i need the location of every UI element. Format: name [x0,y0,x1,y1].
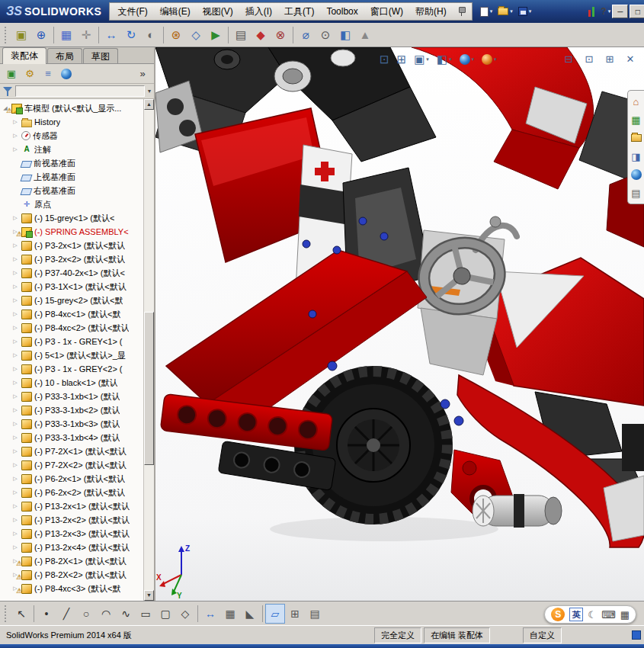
dropdown-caret-icon[interactable]: ▾ [472,56,475,63]
expander-icon[interactable]: ▷ [11,284,19,290]
move-component-icon[interactable]: ↔ [101,25,121,45]
tree-item[interactable]: ◢⚠车模型 (默认<默认_显示... [0,101,143,115]
filter-input[interactable] [15,85,145,97]
model-3d-view[interactable]: Z X Y [155,47,644,601]
expander-icon[interactable]: ▷ [11,352,19,358]
scroll-down-icon[interactable]: ▼ [144,590,154,601]
tree-item[interactable]: ▷(-) P33-3-1xb<1> (默认 [0,390,143,403]
tree-item[interactable]: ▷History [0,115,143,129]
exploded-view-icon[interactable]: ◆ [251,25,271,45]
tree-item[interactable]: ▷(-) P13-2x<2> (默认<默认 [0,513,143,527]
dropdown-caret-icon[interactable]: ▾ [529,8,532,14]
table-icon[interactable]: ⊞ [285,604,305,624]
new-document-button[interactable]: ▾ [479,5,495,18]
expander-icon[interactable]: ▷ [11,421,19,427]
tree-scrollbar[interactable]: ▲ ▼ [143,99,154,601]
dropdown-caret-icon[interactable]: ▾ [490,8,493,14]
tree-item[interactable]: ▷(-) P13-2x<4> (默认<默认 [0,541,143,554]
sogou-logo-icon[interactable]: S [551,608,565,621]
show-hidden-components-icon[interactable]: ◐ [141,25,161,45]
linear-pattern-icon[interactable]: ▦ [56,25,76,45]
reference-geometry-icon[interactable]: ◇ [186,25,206,45]
doc-minimize-button[interactable]: ⊟ [559,51,578,66]
moon-icon[interactable]: ☾ [588,609,597,621]
tree-item[interactable]: ▷(-) P33-3-1xb<4> (默认 [0,431,143,444]
sketch-circle-icon[interactable]: ○ [76,604,96,624]
quick-tips-icon[interactable] [632,630,641,640]
motion-study-icon[interactable]: ▶ [206,25,226,45]
tree-item[interactable]: ▷⚠(-) P8-2X<1> (默认<默认 [0,554,143,568]
scroll-track[interactable] [144,110,154,590]
tree-item[interactable]: ▷⚠(-) P8-4xc<3> (默认<默 [0,582,143,595]
menu-item-0[interactable]: 文件(F) [111,3,153,20]
expander-icon[interactable]: ▷ [11,503,19,509]
appearances-scenes-icon[interactable] [630,168,643,181]
tree-item[interactable]: ▷(-) P8-4xc<1> (默认<默 [0,307,143,321]
chamfer-icon[interactable]: ◣ [240,604,260,624]
maximize-button[interactable]: □ [630,5,644,18]
tree-item[interactable]: 前视基准面 [0,156,143,170]
tree-item[interactable]: ▷(-) P7-2X<2> (默认<默认 [0,458,143,472]
dropdown-caret-icon[interactable]: ▾ [426,56,429,63]
expander-icon[interactable]: ▷ [11,531,19,537]
display-style-icon[interactable]: ◧▾ [434,51,455,68]
rotate-component-icon[interactable]: ↻ [121,25,141,45]
tree-item[interactable]: ✛原点 [0,197,143,211]
tab-装配体[interactable]: 装配体 [2,47,46,64]
bom-icon[interactable]: ▤ [231,25,251,45]
select-icon[interactable]: ↖ [11,604,31,624]
menu-item-6[interactable]: 窗口(W) [364,3,409,20]
ime-language-toggle[interactable]: 英 [569,608,583,621]
expander-icon[interactable]: ▷ [11,146,19,152]
tab-草图[interactable]: 草图 [83,48,118,63]
assembly-features-icon[interactable]: ⊛ [166,25,186,45]
scro​ll-up-icon[interactable]: ▲ [144,99,154,110]
tree-item[interactable]: ▷(-) P33-3-1xb<2> (默认 [0,403,143,417]
filter-funnel-icon[interactable] [3,86,12,96]
expander-icon[interactable]: ▷ [11,338,19,345]
tree-item[interactable]: ▷(-) P7-2X<1> (默认<默认 [0,444,143,458]
expander-icon[interactable]: ▷ [11,476,19,482]
ime-toolbox-icon[interactable]: ▦ [620,609,630,621]
mass-properties-icon[interactable]: ⊙ [316,25,335,45]
tree-item[interactable]: ▷(-) P3-2x<2> (默认<默认 [0,252,143,266]
insert-component-icon[interactable]: ▣ [11,25,31,45]
smart-dimension-icon[interactable]: ↔ [200,604,220,624]
expander-icon[interactable]: ▷ [11,366,19,372]
zoom-area-icon[interactable]: ⊞ [394,51,410,68]
zoom-fit-icon[interactable]: ⊡ [376,51,392,68]
doc-restore-button[interactable]: ⊡ [580,51,598,66]
help-button[interactable]: ?▾ [599,5,612,18]
expander-icon[interactable]: ▷ [11,448,19,454]
expander-icon[interactable]: ▷ [11,393,19,399]
graphics-area[interactable]: Z X Y ⊡⊞▣▾◧▾▾▾ ⊟⊡⊞✕ ⌂▦◨▤ [155,47,644,601]
menu-item-4[interactable]: 工具(T) [278,3,320,20]
expander-icon[interactable]: ▷ [11,297,19,303]
dropdown-caret-icon[interactable]: ▾ [510,8,513,14]
expander-icon[interactable]: ▷ [11,311,19,317]
expander-icon[interactable]: ▷ [11,462,19,468]
toolbar-grip-handle[interactable] [5,27,8,43]
sketch-arc-icon[interactable]: ◠ [96,604,116,624]
expander-icon[interactable]: ▷ [11,119,19,125]
tree-item[interactable]: ▷传感器 [0,129,143,143]
sketch-spline-icon[interactable]: ∿ [116,604,136,624]
tree-item[interactable]: ▷(-) 5<1> (默认<默认>_显 [0,348,143,362]
tree-item[interactable]: ▷⚠(-) P8-2X<2> (默认<默认 [0,568,143,582]
design-library-icon[interactable]: ▦ [630,113,643,127]
measure-icon[interactable]: ⌀ [296,25,316,45]
doc-tile-button[interactable]: ⊞ [601,51,619,66]
view-orientation-icon[interactable]: ▣▾ [411,51,432,68]
expander-icon[interactable]: ▷ [11,517,19,523]
tree-item[interactable]: 右视基准面 [0,184,143,197]
resources-home-icon[interactable]: ⌂ [630,95,643,108]
featuremanager-tree-tab-icon[interactable]: ▣ [3,66,20,82]
tree-item[interactable]: ▷(-) P3 - 1x - GREY<1> ( [0,335,143,348]
tree-item[interactable]: ▷(-) P13-2x<3> (默认<默认 [0,527,143,541]
dropdown-caret-icon[interactable]: ▾ [494,56,497,63]
doc-close-button[interactable]: ✕ [621,51,639,66]
custom-properties-icon[interactable]: ▤ [630,186,643,200]
tree-item[interactable]: ▷(-) P6-2x<1> (默认<默认 [0,472,143,486]
tree-item[interactable]: ▷(-) P6-2x<2> (默认<默认 [0,486,143,499]
expander-icon[interactable]: ▷ [11,133,19,139]
